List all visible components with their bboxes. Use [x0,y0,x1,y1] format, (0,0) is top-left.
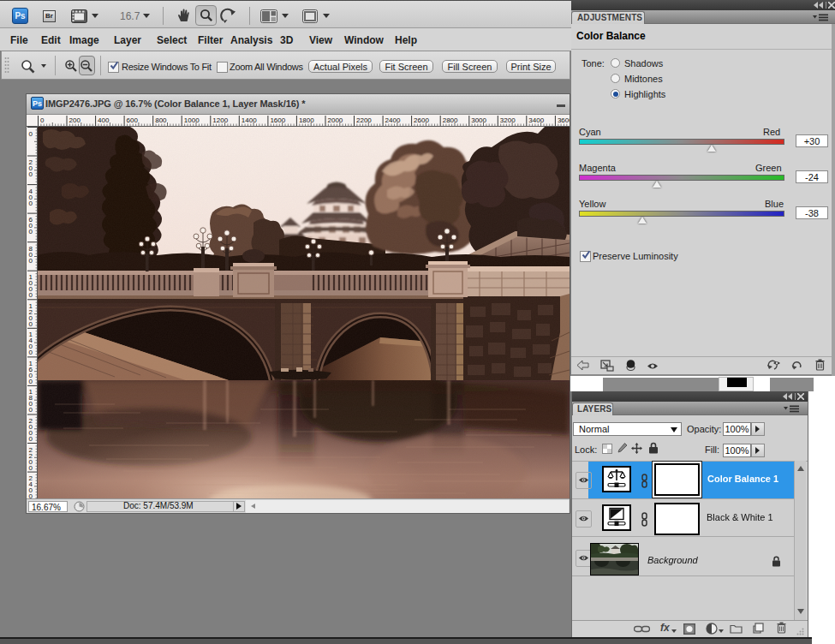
svg-text:0: 0 [29,378,33,385]
svg-text:0: 0 [29,130,33,138]
svg-text:0: 0 [29,257,33,265]
svg-text:0: 0 [29,291,33,299]
svg-text:1800: 1800 [299,116,314,124]
svg-text:3400: 3400 [528,116,544,124]
svg-text:2000: 2000 [328,116,343,124]
svg-text:2800: 2800 [443,116,458,124]
svg-text:3200: 3200 [500,116,516,124]
svg-text:600: 600 [127,116,139,124]
svg-text:1200: 1200 [212,116,228,124]
svg-text:2400: 2400 [385,116,401,124]
svg-text:200: 200 [69,116,81,124]
svg-text:3000: 3000 [471,116,486,124]
svg-text:0: 0 [29,200,33,207]
svg-text:1600: 1600 [270,116,285,124]
svg-text:0: 0 [29,320,33,328]
svg-text:3600: 3600 [558,116,570,124]
svg-text:2200: 2200 [356,116,372,124]
svg-text:800: 800 [155,116,167,124]
svg-text:0: 0 [29,170,33,178]
svg-text:400: 400 [98,116,110,124]
svg-text:2600: 2600 [414,116,429,124]
svg-text:1400: 1400 [242,116,257,124]
svg-text:0: 0 [29,228,33,236]
svg-text:0: 0 [29,406,33,414]
svg-text:0: 0 [29,349,33,356]
svg-text:0: 0 [40,116,45,124]
svg-text:0: 0 [29,464,33,472]
svg-text:1000: 1000 [184,116,200,124]
svg-text:0: 0 [29,492,33,498]
svg-text:0: 0 [29,435,33,443]
